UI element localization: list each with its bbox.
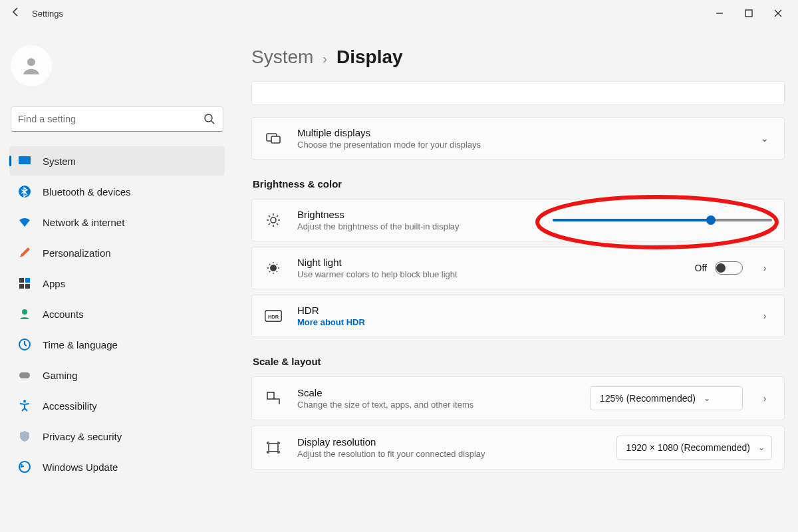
svg-text:HDR: HDR bbox=[268, 314, 279, 320]
sidebar-item-bluetooth[interactable]: Bluetooth & devices bbox=[9, 177, 225, 206]
titlebar: Settings bbox=[0, 0, 798, 27]
system-icon bbox=[17, 154, 32, 168]
hdr-icon: HDR bbox=[264, 310, 283, 322]
sidebar-item-accounts[interactable]: Accounts bbox=[9, 299, 225, 329]
minimize-button[interactable] bbox=[705, 4, 734, 23]
card-title: Night light bbox=[297, 257, 680, 268]
sidebar-item-label: Apps bbox=[43, 278, 65, 289]
night-light-icon bbox=[264, 260, 283, 276]
sidebar-item-label: Privacy & security bbox=[43, 431, 122, 442]
sidebar-item-privacy[interactable]: Privacy & security bbox=[9, 422, 225, 451]
main-content: System › Display Multiple displays Choos… bbox=[231, 27, 798, 532]
night-light-toggle[interactable] bbox=[715, 261, 743, 275]
hdr-link[interactable]: More about HDR bbox=[297, 317, 743, 327]
svg-point-12 bbox=[23, 400, 26, 403]
scale-row[interactable]: Scale Change the size of text, apps, and… bbox=[251, 376, 785, 420]
svg-rect-22 bbox=[269, 444, 278, 452]
chevron-down-icon: ⌄ bbox=[758, 443, 765, 452]
chevron-down-icon: ⌄ bbox=[704, 394, 710, 403]
search-input[interactable] bbox=[11, 106, 223, 132]
partially-visible-card bbox=[251, 81, 785, 105]
gaming-icon bbox=[17, 368, 32, 382]
svg-point-9 bbox=[22, 309, 27, 315]
multiple-displays-row[interactable]: Multiple displays Choose the presentatio… bbox=[251, 117, 785, 160]
svg-rect-7 bbox=[19, 284, 24, 289]
svg-rect-8 bbox=[25, 284, 30, 289]
sidebar-item-time-language[interactable]: Time & language bbox=[9, 330, 225, 359]
svg-rect-15 bbox=[271, 136, 280, 143]
navigation: System Bluetooth & devices Network & int… bbox=[9, 146, 225, 481]
card-title: Scale bbox=[297, 387, 575, 398]
brush-icon bbox=[17, 245, 32, 260]
brightness-slider[interactable] bbox=[553, 219, 772, 221]
sidebar-item-network[interactable]: Network & internet bbox=[9, 207, 225, 237]
sidebar-item-label: Windows Update bbox=[43, 462, 118, 473]
resolution-dropdown[interactable]: 1920 × 1080 (Recommended) ⌄ bbox=[616, 436, 772, 460]
hdr-row[interactable]: HDR HDR More about HDR › bbox=[251, 295, 785, 337]
sidebar-item-label: Accessibility bbox=[43, 400, 97, 412]
resolution-row[interactable]: Display resolution Adjust the resolution… bbox=[251, 426, 785, 469]
scale-dropdown[interactable]: 125% (Recommended) ⌄ bbox=[590, 386, 743, 410]
night-light-row[interactable]: Night light Use warmer colors to help bl… bbox=[251, 247, 785, 289]
chevron-right-icon[interactable]: › bbox=[757, 311, 772, 321]
resolution-icon bbox=[264, 440, 283, 456]
accounts-icon bbox=[17, 307, 32, 321]
sidebar-item-label: Accounts bbox=[43, 309, 84, 320]
slider-thumb[interactable] bbox=[706, 215, 716, 225]
card-subtitle: Use warmer colors to help block blue lig… bbox=[297, 269, 680, 279]
svg-point-2 bbox=[205, 114, 212, 122]
sun-icon bbox=[264, 212, 283, 228]
sidebar-item-gaming[interactable]: Gaming bbox=[9, 360, 225, 390]
card-subtitle: Adjust the resolution to fit your connec… bbox=[297, 449, 602, 459]
scale-icon bbox=[264, 390, 283, 406]
avatar[interactable] bbox=[11, 45, 52, 86]
svg-rect-11 bbox=[19, 372, 30, 378]
search-field[interactable] bbox=[11, 106, 223, 132]
section-scale-layout: Scale & layout bbox=[253, 356, 785, 367]
card-title: HDR bbox=[297, 305, 743, 316]
toggle-state-label: Off bbox=[695, 263, 707, 273]
close-button[interactable] bbox=[763, 4, 793, 23]
card-title: Brightness bbox=[297, 209, 538, 220]
displays-icon bbox=[264, 130, 283, 146]
maximize-button[interactable] bbox=[734, 4, 763, 23]
sidebar: System Bluetooth & devices Network & int… bbox=[0, 27, 231, 532]
breadcrumb-parent[interactable]: System bbox=[251, 47, 313, 68]
dropdown-value: 125% (Recommended) bbox=[600, 393, 696, 404]
sidebar-item-label: Gaming bbox=[43, 370, 78, 381]
sidebar-item-accessibility[interactable]: Accessibility bbox=[9, 391, 225, 420]
chevron-right-icon[interactable]: › bbox=[757, 263, 772, 273]
sidebar-item-label: Personalization bbox=[43, 247, 111, 259]
svg-point-18 bbox=[270, 265, 277, 271]
svg-point-1 bbox=[27, 58, 35, 66]
card-title: Display resolution bbox=[297, 436, 602, 448]
svg-rect-3 bbox=[19, 156, 31, 164]
section-brightness-color: Brightness & color bbox=[253, 178, 785, 190]
card-title: Multiple displays bbox=[297, 127, 743, 138]
shield-icon bbox=[17, 429, 32, 444]
sidebar-item-update[interactable]: Windows Update bbox=[9, 452, 225, 481]
sidebar-item-label: Bluetooth & devices bbox=[43, 186, 131, 198]
accessibility-icon bbox=[17, 398, 32, 413]
chevron-right-icon[interactable]: › bbox=[757, 393, 772, 404]
chevron-down-icon[interactable]: ⌄ bbox=[757, 133, 772, 144]
svg-point-16 bbox=[271, 217, 276, 223]
wifi-icon bbox=[17, 215, 32, 229]
sidebar-item-label: System bbox=[43, 156, 76, 167]
apps-icon bbox=[17, 276, 32, 291]
bluetooth-icon bbox=[17, 184, 32, 199]
back-button[interactable] bbox=[5, 7, 27, 20]
svg-rect-5 bbox=[19, 278, 24, 283]
sidebar-item-system[interactable]: System bbox=[9, 146, 225, 176]
sidebar-item-personalization[interactable]: Personalization bbox=[9, 238, 225, 267]
svg-rect-6 bbox=[25, 278, 30, 283]
svg-rect-0 bbox=[745, 10, 752, 17]
clock-icon bbox=[17, 337, 32, 352]
chevron-right-icon: › bbox=[323, 51, 327, 66]
card-subtitle: Choose the presentation mode for your di… bbox=[297, 140, 743, 150]
card-subtitle: Change the size of text, apps, and other… bbox=[297, 400, 575, 410]
user-icon bbox=[20, 55, 43, 77]
sidebar-item-apps[interactable]: Apps bbox=[9, 269, 225, 298]
update-icon bbox=[17, 460, 32, 474]
page-title: Display bbox=[336, 47, 403, 68]
